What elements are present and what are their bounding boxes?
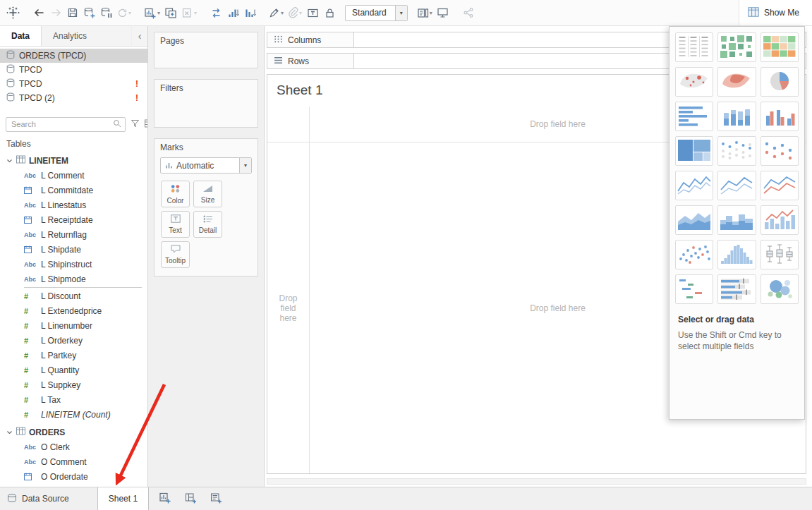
showme-treemaps[interactable] <box>675 136 713 166</box>
showme-bullet-graphs[interactable] <box>717 274 756 304</box>
string-field-icon: Abc <box>24 172 41 179</box>
show-mark-labels-icon[interactable] <box>304 4 321 23</box>
share-workbook-icon[interactable] <box>460 4 477 23</box>
showme-area-charts-discrete[interactable] <box>717 205 756 235</box>
show-me-icon <box>748 7 759 19</box>
field-item[interactable]: #L Quantity <box>0 363 147 377</box>
cards-panel: Pages Filters Marks Automatic ▾ ColorSiz… <box>148 26 265 487</box>
chevron-down-icon[interactable]: ▾ <box>239 158 251 173</box>
tableau-logo-icon[interactable] <box>4 4 22 23</box>
field-item[interactable]: AbcL Comment <box>0 168 147 183</box>
field-item[interactable]: AbcL Returnflag <box>0 227 147 242</box>
field-item[interactable]: AbcL Shipmode <box>0 272 147 286</box>
field-item[interactable]: L Commitdate <box>0 183 147 198</box>
field-item[interactable]: #L Partkey <box>0 348 147 363</box>
swap-rows-columns-icon[interactable] <box>207 4 224 23</box>
data-source-item[interactable]: ORDERS (TPCD) <box>0 49 147 63</box>
field-item[interactable]: #L Tax <box>0 392 147 407</box>
collapse-pane-icon[interactable]: ‹ <box>132 26 147 46</box>
field-item[interactable]: #L Orderkey <box>0 333 147 348</box>
new-dashboard-button[interactable] <box>183 491 198 506</box>
marks-button-text[interactable]: Text <box>161 211 190 238</box>
sort-ascending-icon[interactable] <box>224 4 241 23</box>
fix-axes-icon[interactable] <box>321 4 338 23</box>
showme-histogram[interactable] <box>717 240 756 269</box>
showme-dual-combination[interactable] <box>761 205 799 235</box>
undo-icon[interactable] <box>30 4 47 23</box>
chevron-down-icon[interactable]: ▾ <box>395 6 407 20</box>
showme-scatter-plots[interactable] <box>675 240 713 269</box>
showme-packed-bubbles[interactable] <box>761 274 799 304</box>
data-source-tab[interactable]: Data Source <box>0 487 79 510</box>
filters-shelf[interactable]: Filters <box>154 79 258 128</box>
field-item[interactable]: AbcL Shipinstruct <box>0 257 147 272</box>
showme-symbol-maps[interactable] <box>675 67 713 97</box>
showme-side-by-side-circles[interactable] <box>761 136 799 166</box>
new-worksheet-icon[interactable]: ▾ <box>142 4 162 23</box>
showme-dual-lines[interactable] <box>761 171 799 200</box>
tab-data[interactable]: Data <box>0 26 42 46</box>
show-me-button[interactable]: Show Me <box>739 0 812 25</box>
showme-circle-views[interactable] <box>717 136 756 166</box>
drop-zone-left[interactable]: Drop field here <box>267 142 309 473</box>
showme-heat-maps[interactable] <box>717 32 756 62</box>
showme-filled-maps[interactable] <box>717 67 756 97</box>
table-group-header[interactable]: ORDERS <box>0 425 147 439</box>
new-data-source-icon[interactable] <box>81 4 98 23</box>
mark-type-dropdown[interactable]: Automatic ▾ <box>160 157 252 174</box>
fit-selector[interactable]: Standard▾ <box>345 5 408 21</box>
sheet-tab[interactable]: Sheet 1 <box>97 487 149 510</box>
presentation-mode-icon[interactable] <box>435 4 452 23</box>
field-item[interactable]: #L Discount <box>0 289 147 303</box>
horizontal-scrollbar[interactable] <box>267 478 806 485</box>
circle-views-thumbnail-icon <box>719 138 754 164</box>
field-item[interactable]: O Orderdate <box>0 469 147 484</box>
showme-continuous-lines[interactable] <box>675 171 713 200</box>
field-item[interactable]: L Receiptdate <box>0 212 147 227</box>
field-item[interactable]: #L Linenumber <box>0 318 147 333</box>
field-item[interactable]: AbcO Clerk <box>0 439 147 454</box>
showme-area-charts-continuous[interactable] <box>675 205 713 235</box>
marks-button-color[interactable]: Color <box>161 181 190 207</box>
pages-shelf[interactable]: Pages <box>154 32 258 68</box>
new-story-button[interactable] <box>208 491 224 506</box>
duplicate-sheet-icon[interactable] <box>162 4 179 23</box>
gantt-thumbnail-icon <box>677 277 712 303</box>
marks-button-detail[interactable]: Detail <box>193 211 222 238</box>
showme-horizontal-bars[interactable] <box>675 102 713 131</box>
marks-button-tooltip[interactable]: Tooltip <box>161 241 190 268</box>
search-input[interactable] <box>10 119 113 129</box>
show-hide-cards-icon[interactable]: ▾ <box>415 4 435 23</box>
clear-sheet-icon[interactable]: ▾ <box>179 4 199 23</box>
save-icon[interactable] <box>64 4 81 23</box>
showme-stacked-bars[interactable] <box>717 102 756 131</box>
field-item[interactable]: #L Extendedprice <box>0 303 147 318</box>
marks-button-size[interactable]: Size <box>193 181 222 207</box>
field-item[interactable]: L Shipdate <box>0 242 147 257</box>
run-auto-updates-icon[interactable]: ▾ <box>115 4 133 23</box>
filter-fields-icon[interactable] <box>131 119 140 130</box>
field-item[interactable]: AbcO Comment <box>0 454 147 469</box>
table-group-header[interactable]: LINEITEM <box>0 153 147 168</box>
sort-descending-icon[interactable] <box>241 4 258 23</box>
data-source-item[interactable]: TPCD (2)! <box>0 91 147 105</box>
new-worksheet-button[interactable] <box>157 491 173 506</box>
showme-box-and-whisker[interactable] <box>761 240 799 269</box>
tab-analytics[interactable]: Analytics <box>42 26 132 46</box>
showme-highlight-tables[interactable] <box>761 32 799 62</box>
field-item[interactable]: #LINEITEM (Count) <box>0 407 147 422</box>
showme-side-by-side-bars[interactable] <box>761 102 799 131</box>
showme-gantt[interactable] <box>675 274 713 304</box>
group-members-icon[interactable]: ▾ <box>286 4 304 23</box>
redo-icon[interactable] <box>47 4 64 23</box>
field-item[interactable]: #L Suppkey <box>0 377 147 392</box>
showme-pie-charts[interactable] <box>761 67 799 97</box>
field-item[interactable]: AbcL Linestatus <box>0 198 147 212</box>
dual-combination-thumbnail-icon <box>762 207 797 233</box>
pause-auto-updates-icon[interactable] <box>98 4 115 23</box>
data-source-item[interactable]: TPCD! <box>0 77 147 91</box>
data-source-item[interactable]: TPCD <box>0 63 147 77</box>
showme-discrete-lines[interactable] <box>717 171 756 200</box>
highlight-icon[interactable]: ▾ <box>267 4 286 23</box>
showme-text-tables[interactable] <box>675 32 713 62</box>
